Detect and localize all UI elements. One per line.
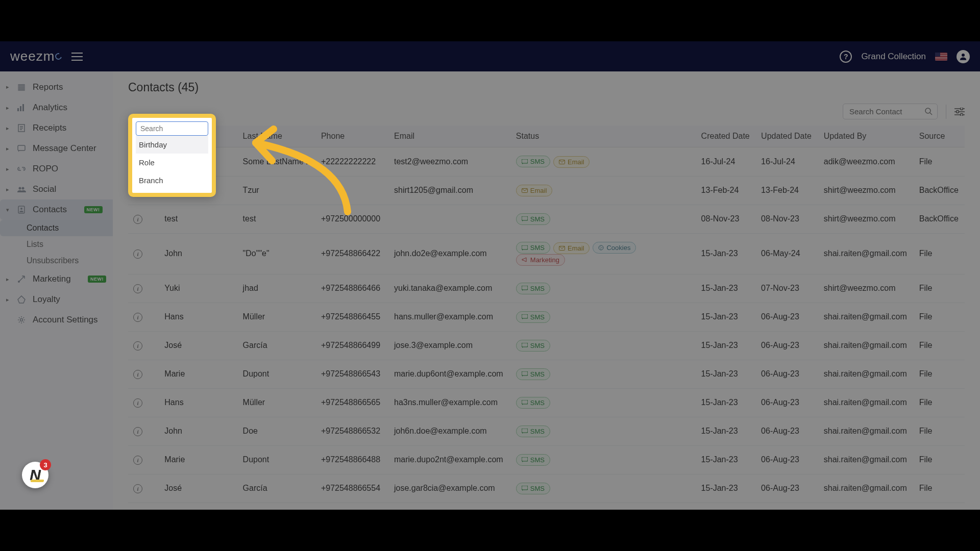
status-pill-email: Email — [553, 242, 590, 254]
search-contact-input[interactable] — [849, 107, 920, 116]
svg-point-7 — [22, 187, 24, 190]
svg-point-12 — [925, 108, 930, 113]
sidebar-item-reports[interactable]: ▸▦Reports — [0, 77, 113, 97]
column-header[interactable]: Created Date — [696, 126, 756, 147]
sidebar: ▸▦Reports ▸ Analytics ▸ Receipts ▸ Messa… — [0, 71, 113, 510]
new-badge: NEW! — [84, 206, 103, 213]
sidebar-item-analytics[interactable]: ▸ Analytics — [0, 97, 113, 118]
sidebar-item-loyalty[interactable]: ▸ Loyalty — [0, 289, 113, 310]
table-row[interactable]: i…me 2Some LastName 2+22222222222test2@w… — [128, 147, 965, 177]
hamburger-icon[interactable] — [71, 53, 83, 61]
status-pill-sms: SMS — [516, 213, 550, 225]
flag-icon[interactable] — [935, 53, 947, 61]
sidebar-sub-lists[interactable]: Lists — [27, 236, 113, 253]
info-icon[interactable]: i — [133, 370, 142, 379]
gear-icon — [16, 316, 27, 324]
filter-settings-icon[interactable] — [946, 105, 965, 119]
svg-rect-16 — [522, 159, 528, 163]
dropdown-search-input[interactable] — [136, 121, 208, 136]
svg-rect-30 — [522, 400, 528, 404]
table-row[interactable]: iJohn"Do""e"+972548866422john.do2e@examp… — [128, 233, 965, 274]
new-badge: NEW! — [88, 276, 106, 283]
svg-rect-26 — [522, 286, 528, 290]
status-pill-sms: SMS — [516, 454, 550, 466]
status-pill-sms: SMS — [516, 397, 550, 409]
reports-icon: ▦ — [16, 82, 27, 92]
info-icon[interactable]: i — [133, 427, 142, 436]
status-pill-sms: SMS — [516, 283, 550, 294]
main-content: Contacts (45) First NameLast Nam — [113, 71, 980, 510]
status-pill-sms: SMS — [516, 156, 550, 167]
status-pill-sms: SMS — [516, 368, 550, 380]
top-navbar: weezm ? Grand Collection — [0, 41, 980, 71]
info-icon[interactable]: i — [133, 215, 142, 224]
svg-point-13 — [961, 108, 963, 110]
sidebar-sub-unsubscribers[interactable]: Unsubscribers — [27, 253, 113, 269]
sidebar-item-contacts[interactable]: ▾ Contacts NEW! — [0, 199, 113, 220]
sidebar-item-marketing[interactable]: ▸ Marketing NEW! — [0, 269, 113, 289]
column-header[interactable]: Updated By — [819, 126, 914, 147]
org-name[interactable]: Grand Collection — [861, 52, 926, 62]
search-icon — [925, 108, 933, 117]
info-icon[interactable]: i — [133, 398, 142, 408]
svg-point-24 — [602, 247, 603, 248]
table-row[interactable]: iMarieDupont+972548866543marie.dup6ont@e… — [128, 360, 965, 388]
dropdown-option-role[interactable]: Role — [136, 154, 208, 171]
table-row[interactable]: iJohnDoe+972548866532joh6n.doe@example.c… — [128, 417, 965, 445]
table-row[interactable]: iHansMüller+972548866455hans.muller@exam… — [128, 303, 965, 331]
dropdown-option-birthday[interactable]: Birthday — [136, 136, 208, 154]
svg-rect-1 — [17, 108, 19, 111]
column-header[interactable]: Updated Date — [756, 126, 819, 147]
svg-rect-2 — [20, 106, 21, 111]
status-pill-sms: SMS — [516, 483, 550, 494]
link-icon — [16, 166, 27, 171]
table-row[interactable]: iJoséGarcía+972548866554jose.gar8cia@exa… — [128, 474, 965, 503]
svg-point-9 — [20, 208, 22, 210]
sidebar-item-message-center[interactable]: ▸ Message Center — [0, 138, 113, 159]
svg-rect-20 — [522, 245, 528, 249]
svg-point-14 — [957, 110, 959, 113]
svg-point-25 — [601, 248, 602, 249]
help-icon[interactable]: ? — [840, 51, 852, 63]
dropdown-option-branch[interactable]: Branch — [136, 171, 208, 189]
contacts-icon — [16, 206, 27, 214]
table-row[interactable]: iMarieDupont+972548866488marie.dupo2nt@e… — [128, 445, 965, 474]
column-header[interactable]: Email — [389, 126, 511, 147]
column-header[interactable]: Status — [511, 126, 696, 147]
column-header[interactable]: Last Name — [238, 126, 316, 147]
notification-bubble[interactable]: N 3 — [22, 462, 48, 488]
info-icon[interactable]: i — [133, 249, 142, 259]
status-pill-sms: SMS — [516, 340, 550, 352]
analytics-icon — [16, 104, 27, 111]
table-row[interactable]: iJoséGarcía+972548866499jose.3@example.c… — [128, 331, 965, 360]
info-icon[interactable]: i — [133, 313, 142, 322]
sidebar-item-ropo[interactable]: ▸ ROPO — [0, 159, 113, 179]
user-avatar-icon[interactable] — [957, 50, 970, 63]
table-row[interactable]: iYukijhad+972548866466yuki.tanaka@exampl… — [128, 274, 965, 303]
status-pill-cookies: Cookies — [593, 242, 636, 254]
info-icon[interactable]: i — [133, 341, 142, 350]
svg-point-0 — [962, 54, 965, 57]
page-title: Contacts (45) — [128, 81, 965, 94]
table-row[interactable]: iShirTzurshirt1205@gmail.comEmail13-Feb-… — [128, 176, 965, 205]
table-row[interactable]: itesttest+972500000000SMS08-Nov-2308-Nov… — [128, 205, 965, 233]
logo: weezm — [10, 48, 62, 64]
svg-point-15 — [961, 113, 963, 116]
column-header[interactable]: Source — [914, 126, 965, 147]
svg-point-23 — [600, 246, 601, 247]
sidebar-item-account-settings[interactable]: ▸ Account Settings — [0, 310, 113, 330]
sidebar-item-receipts[interactable]: ▸ Receipts — [0, 118, 113, 138]
info-icon[interactable]: i — [133, 456, 142, 465]
sidebar-item-social[interactable]: ▸ Social — [0, 179, 113, 199]
info-icon[interactable]: i — [133, 284, 142, 293]
table-row[interactable]: iHansMüller+972548866565ha3ns.muller@exa… — [128, 388, 965, 417]
contacts-table: First NameLast NamePhoneEmailStatusCreat… — [128, 126, 965, 503]
svg-rect-28 — [522, 343, 528, 347]
sidebar-sub-contacts[interactable]: Contacts — [0, 220, 113, 236]
message-icon — [16, 145, 27, 152]
info-icon[interactable]: i — [133, 484, 142, 493]
column-header[interactable]: Phone — [316, 126, 389, 147]
status-pill-email: Email — [516, 185, 553, 196]
search-contact-field[interactable] — [843, 104, 938, 119]
status-pill-email: Email — [553, 156, 590, 168]
